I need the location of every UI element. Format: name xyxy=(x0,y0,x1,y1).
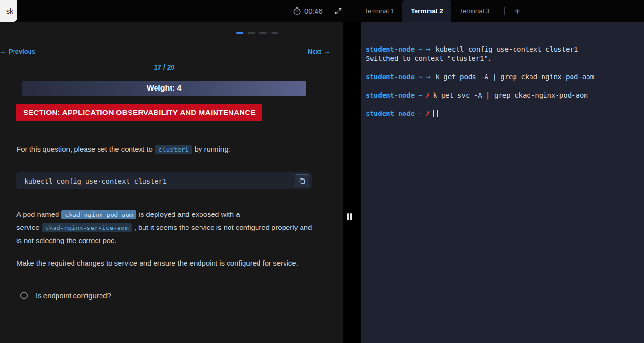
terminal-line: student-node ~ ✗ xyxy=(366,109,635,118)
split-drag-handle[interactable] xyxy=(347,213,352,220)
split-divider xyxy=(343,22,361,343)
check-radio[interactable] xyxy=(20,292,28,299)
section-banner: SECTION: APPLICATION OBSERVABILITY AND M… xyxy=(16,104,262,121)
previous-button[interactable]: ← Previous xyxy=(0,48,35,55)
stopwatch-icon xyxy=(293,7,301,15)
weight-label: Weight: 4 xyxy=(147,84,182,93)
weight-bar: Weight: 4 xyxy=(22,81,306,96)
task-tab-label: sk xyxy=(6,7,13,15)
top-bar: sk 00:46 Terminal 1Terminal 2Terminal 3 … xyxy=(0,0,644,22)
previous-label: Previous xyxy=(9,48,35,55)
terminal-command: k get svc -A | grep ckad-nginx-pod-aom xyxy=(433,91,588,99)
timer: 00:46 xyxy=(293,0,323,22)
terminal-tab[interactable]: Terminal 2 xyxy=(402,0,451,22)
arrow-left-icon: ← xyxy=(0,48,6,55)
instruction-text: For this question, please set the contex… xyxy=(16,145,153,153)
prompt-ok-icon: → xyxy=(423,45,435,53)
terminal-tab[interactable]: Terminal 3 xyxy=(451,0,498,22)
timer-value: 00:46 xyxy=(304,7,323,15)
terminal-line xyxy=(366,82,635,91)
terminal-line xyxy=(366,100,635,109)
task-instruction: Make the required changes to service and… xyxy=(16,257,314,270)
pagination-dot[interactable] xyxy=(259,32,267,34)
terminal-prompt: student-node ~ xyxy=(366,45,423,53)
pagination-dot[interactable] xyxy=(271,32,278,34)
expand-icon[interactable] xyxy=(332,5,344,17)
copy-button[interactable] xyxy=(295,174,309,187)
terminal-prompt: student-node ~ xyxy=(366,110,423,117)
terminal-tabs: Terminal 1Terminal 2Terminal 3 + xyxy=(356,0,524,22)
terminal-command: kubectl config use-context cluster1 xyxy=(435,45,578,53)
pagination-dot[interactable] xyxy=(248,32,255,34)
terminal-tab[interactable]: Terminal 1 xyxy=(356,0,402,22)
context-instruction: For this question, please set the contex… xyxy=(16,143,326,156)
pod-name-chip: ckad-nginx-pod-aom xyxy=(61,210,136,219)
terminal-line xyxy=(366,63,635,72)
prompt-error-icon: ✗ xyxy=(423,91,433,99)
check-item: Is endpoint configured? xyxy=(20,291,111,300)
terminal-command: k get pods -A | grep ckad-nginx-pod-aom xyxy=(435,73,594,81)
check-label: Is endpoint configured? xyxy=(36,291,111,300)
tab-separator xyxy=(504,7,505,15)
service-name-chip: ckad-nginx-service-aom xyxy=(42,223,132,232)
question-progress: 17 / 20 xyxy=(0,63,329,71)
terminal-cursor xyxy=(433,110,438,117)
terminal-line: student-node ~ → kubectl config use-cont… xyxy=(366,45,635,54)
instruction-text-after: by running: xyxy=(194,145,230,153)
next-label: Next xyxy=(308,48,321,55)
task-tab[interactable]: sk xyxy=(0,0,17,22)
next-button[interactable]: Next → xyxy=(308,48,330,55)
prompt-ok-icon: → xyxy=(423,73,435,81)
code-block: kubectl config use-context cluster1 xyxy=(16,172,312,189)
terminal-output: student-node ~ → kubectl config use-cont… xyxy=(361,22,644,127)
pagination-dot[interactable] xyxy=(236,32,243,34)
add-terminal-tab-button[interactable]: + xyxy=(511,6,524,16)
terminal-line: student-node ~ ✗ k get svc -A | grep cka… xyxy=(366,91,635,100)
question-panel: ← Previous Next → 17 / 20 Weight: 4 SECT… xyxy=(0,22,343,343)
terminal-line: Switched to context "cluster1". xyxy=(366,54,635,63)
task-description: A pod namedckad-nginx-pod-aomis deployed… xyxy=(16,208,312,247)
prompt-error-icon: ✗ xyxy=(423,110,433,117)
arrow-right-icon: → xyxy=(324,48,330,55)
terminal-prompt: student-node ~ xyxy=(366,91,423,99)
pagination-dots xyxy=(236,32,278,34)
task-text: A pod named xyxy=(16,210,59,218)
cluster-chip: cluster1 xyxy=(155,145,192,154)
code-command: kubectl config use-context cluster1 xyxy=(24,177,167,185)
terminal-line: student-node ~ → k get pods -A | grep ck… xyxy=(366,72,635,82)
terminal-panel[interactable]: student-node ~ → kubectl config use-cont… xyxy=(361,22,644,343)
terminal-prompt: student-node ~ xyxy=(366,73,423,81)
